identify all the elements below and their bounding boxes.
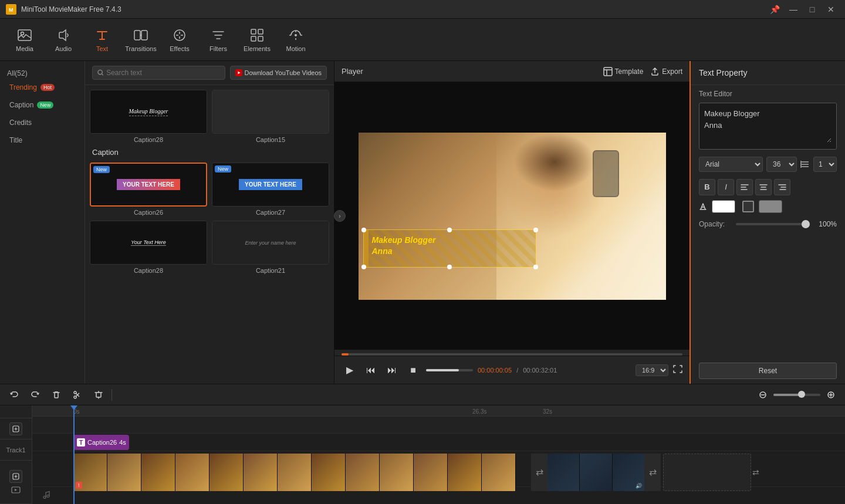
zoom-slider[interactable] (773, 394, 820, 396)
export-icon (650, 67, 660, 76)
caption28b-thumb[interactable]: Your Text Here (90, 221, 207, 265)
handle-tl[interactable] (361, 228, 366, 232)
text-editor-box[interactable] (699, 103, 837, 150)
pin-button[interactable]: 📌 (766, 4, 783, 15)
yt-icon (235, 69, 242, 76)
toolbar-effects-label: Effects (170, 45, 189, 52)
list-item[interactable]: Enter your name here Caption21 (212, 221, 329, 274)
zoom-in-button[interactable] (823, 387, 839, 403)
sidebar-nav-title[interactable]: Title (0, 131, 84, 149)
prev-button[interactable]: ⏮ (363, 362, 379, 378)
svg-text:M: M (9, 7, 13, 13)
opacity-label: Opacity: (699, 220, 731, 228)
caption-clip[interactable]: T Caption26 4s (73, 435, 129, 450)
bg-color-swatch[interactable] (759, 200, 782, 213)
yt-download-button[interactable]: Download YouTube Videos (230, 66, 327, 80)
list-item[interactable]: Caption15 (212, 90, 329, 143)
delete-button[interactable] (48, 387, 65, 403)
add-clip-button[interactable] (9, 422, 22, 435)
sidebar-nav-trending[interactable]: Trending Hot (0, 79, 84, 96)
toolbar-transitions[interactable]: Transitions (122, 21, 160, 59)
handle-br[interactable] (533, 265, 538, 269)
total-time: 00:00:32:01 (523, 367, 557, 374)
handle-tr[interactable] (533, 228, 538, 232)
font-size-select[interactable]: 36 24 48 60 (766, 157, 797, 172)
undo-button[interactable] (6, 387, 22, 403)
caption15-thumb[interactable] (212, 90, 329, 134)
toolbar-audio[interactable]: Audio (45, 21, 82, 59)
dark-clip[interactable]: 🔊 (547, 454, 644, 491)
next-button[interactable]: ⏭ (384, 362, 400, 378)
template-button[interactable]: Template (603, 67, 644, 76)
toolbar-elements[interactable]: Elements (238, 21, 276, 59)
opacity-slider[interactable] (736, 223, 810, 225)
volume-slider[interactable] (426, 369, 473, 371)
line-spacing-icon (800, 160, 810, 169)
cut-button[interactable] (69, 387, 86, 403)
italic-button[interactable]: I (718, 179, 734, 195)
zoom-thumb (798, 391, 805, 398)
list-item[interactable]: New YOUR TEXT HERE Caption27 (212, 163, 329, 216)
playhead[interactable] (73, 405, 75, 504)
search-box[interactable] (92, 66, 225, 80)
svg-rect-9 (251, 36, 256, 41)
font-family-select[interactable]: Arial Times New Roman Helvetica (699, 157, 763, 172)
aspect-ratio-select[interactable]: 16:9 9:16 4:3 1:1 (636, 364, 668, 376)
toolbar-filters[interactable]: Filters (200, 21, 237, 59)
toolbar-motion[interactable]: Motion (277, 21, 315, 59)
toolbar-divider (111, 389, 112, 401)
fullscreen-button[interactable] (673, 364, 682, 376)
player-tab[interactable]: Player (342, 67, 363, 76)
handle-bc[interactable] (447, 265, 452, 269)
search-input[interactable] (106, 69, 219, 77)
sidebar-toggle[interactable]: › (334, 210, 346, 222)
redo-button[interactable] (27, 387, 43, 403)
toolbar-effects[interactable]: Effects (161, 21, 198, 59)
toolbar-text[interactable]: Text (83, 21, 121, 59)
reset-button[interactable]: Reset (699, 363, 837, 379)
align-left-button[interactable] (736, 179, 753, 195)
undo-icon (9, 390, 19, 400)
handle-bl[interactable] (361, 265, 366, 269)
sidebar-nav-credits[interactable]: Credits (0, 114, 84, 131)
line-height-select[interactable]: 1 1.5 2 (813, 157, 837, 172)
zoom-out-icon (759, 391, 767, 399)
maximize-button[interactable]: □ (804, 4, 820, 15)
sidebar-nav-caption[interactable]: Caption New (0, 96, 84, 114)
transition-2[interactable]: ⇄ (644, 454, 661, 491)
export-button[interactable]: Export (650, 67, 682, 76)
caption28a-thumb[interactable]: Makeup Blogger (90, 90, 207, 134)
ruler-mark-0: 0s (73, 408, 120, 415)
text-color-swatch[interactable] (712, 200, 735, 213)
delete-icon (52, 390, 61, 400)
list-item[interactable]: Your Text Here Caption28 (90, 221, 207, 274)
video-track-label (0, 461, 32, 504)
caption21-thumb[interactable]: Enter your name here (212, 221, 329, 265)
transition-1[interactable]: ⇄ (531, 454, 547, 491)
bold-button[interactable]: B (699, 179, 715, 195)
transition-3-icon[interactable]: ⇄ (752, 468, 759, 477)
toolbar-media[interactable]: Media (6, 21, 43, 59)
caption-selection[interactable]: Makeup Blogger Anna (363, 229, 536, 268)
main-video-strip[interactable]: ! (73, 454, 531, 491)
handle-tc[interactable] (447, 228, 452, 232)
minimize-button[interactable]: — (785, 4, 802, 15)
align-right-button[interactable] (774, 179, 790, 195)
list-item[interactable]: New YOUR TEXT HERE Caption26 (90, 163, 207, 216)
crop-button[interactable] (90, 387, 107, 403)
caption26-thumb[interactable]: New YOUR TEXT HERE (90, 163, 207, 207)
close-button[interactable]: ✕ (823, 4, 839, 15)
stop-button[interactable]: ■ (405, 362, 421, 378)
svg-rect-4 (134, 31, 140, 40)
list-item[interactable]: Makeup Blogger Caption28 (90, 90, 207, 143)
video-thumb-3 (141, 454, 175, 491)
caption-clip-icon: T (77, 438, 85, 447)
text-editor-input[interactable] (704, 108, 832, 143)
video-thumb-9 (346, 454, 380, 491)
play-button[interactable]: ▶ (342, 362, 358, 378)
align-center-button[interactable] (755, 179, 772, 195)
caption27-thumb[interactable]: New YOUR TEXT HERE (212, 163, 329, 207)
add-video-button[interactable] (9, 470, 22, 483)
zoom-out-button[interactable] (755, 387, 771, 403)
svg-rect-10 (258, 36, 263, 41)
